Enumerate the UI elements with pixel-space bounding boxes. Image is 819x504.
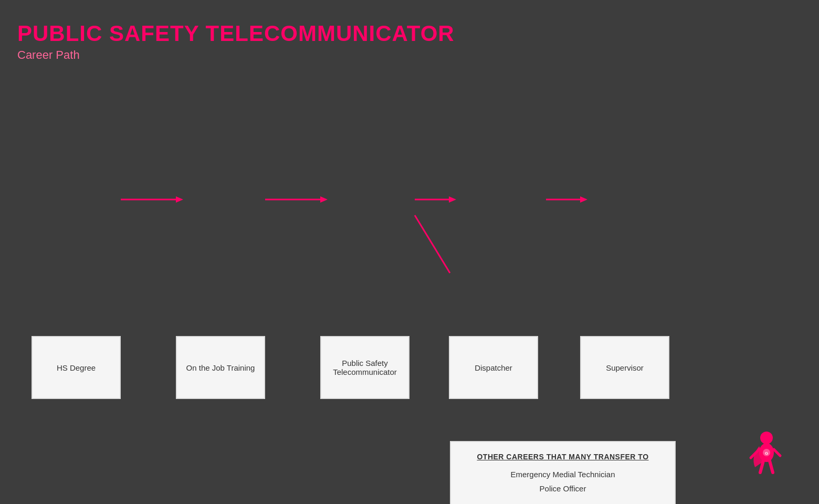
career-box-dispatcher: Dispatcher bbox=[449, 336, 538, 399]
connector-svg bbox=[0, 0, 819, 504]
career-label-pst: Public Safety Telecommunicator bbox=[321, 359, 408, 376]
career-label-ojt: On the Job Training bbox=[186, 363, 255, 372]
career-label-supervisor: Supervisor bbox=[606, 363, 644, 372]
other-careers-title: OTHER CAREERS THAT MANY TRANSFER TO bbox=[467, 453, 659, 461]
career-box-pst: Public Safety Telecommunicator bbox=[320, 336, 410, 399]
page-title: PUBLIC SAFETY TELECOMMUNICATOR bbox=[17, 21, 455, 46]
mascot-icon: G bbox=[746, 430, 788, 483]
svg-line-14 bbox=[770, 461, 773, 472]
svg-text:G: G bbox=[765, 451, 768, 456]
career-label-dispatcher: Dispatcher bbox=[475, 363, 512, 372]
svg-point-9 bbox=[760, 432, 773, 444]
svg-line-12 bbox=[774, 449, 780, 456]
page-header: PUBLIC SAFETY TELECOMMUNICATOR Career Pa… bbox=[17, 21, 455, 62]
svg-line-8 bbox=[415, 215, 450, 273]
career-box-ojt: On the Job Training bbox=[176, 336, 265, 399]
svg-marker-1 bbox=[176, 196, 183, 203]
svg-marker-3 bbox=[320, 196, 328, 203]
other-careers-item-2: Police Officer bbox=[467, 481, 659, 496]
svg-marker-5 bbox=[449, 196, 456, 203]
career-label-hs-degree: HS Degree bbox=[57, 363, 96, 372]
career-box-hs-degree: HS Degree bbox=[32, 336, 121, 399]
career-box-supervisor: Supervisor bbox=[580, 336, 669, 399]
other-careers-box: OTHER CAREERS THAT MANY TRANSFER TO Emer… bbox=[450, 441, 676, 504]
other-careers-item-1: Emergency Medial Technician bbox=[467, 467, 659, 481]
page-subtitle: Career Path bbox=[17, 48, 455, 62]
svg-marker-7 bbox=[580, 196, 587, 203]
